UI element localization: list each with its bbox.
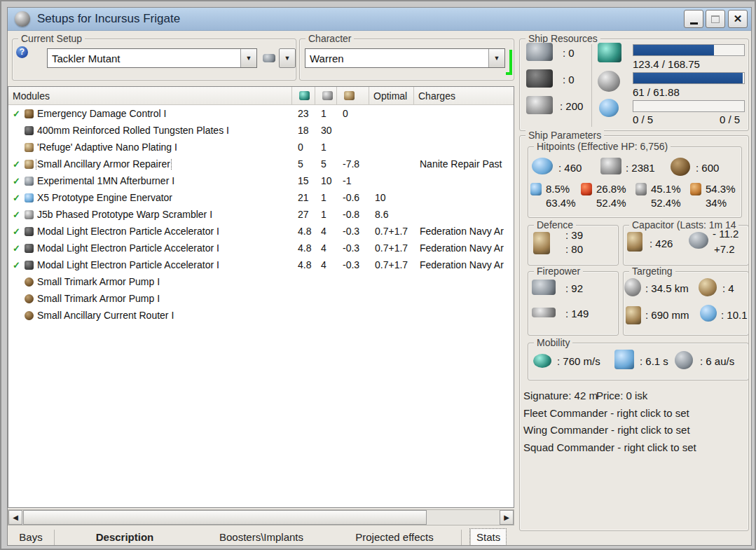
module-name-cell: ✓J5b Phased Prototype Warp Scrambler I	[8, 209, 292, 220]
active-check-icon: ✓	[13, 159, 25, 170]
cpu-usage-text: 123.4 / 168.75	[633, 58, 700, 70]
current-setup-combobox[interactable]: Tackler Mutant ▼	[47, 48, 257, 68]
rig-icon	[25, 311, 34, 320]
turret-dps-icon	[532, 280, 556, 295]
em-resist-top: 8.5%	[546, 183, 570, 195]
capacitor-icon	[344, 91, 355, 100]
module-charges: Federation Navy Ar	[414, 242, 514, 254]
module-row[interactable]: ✓Modal Light Electron Particle Accelerat…	[8, 256, 514, 273]
scroll-right-button[interactable]: ▶	[500, 510, 514, 525]
active-check-icon: ✓	[13, 193, 25, 203]
mobility-label: Mobility	[534, 337, 572, 348]
close-button[interactable]: ✕	[728, 10, 748, 28]
armor-repairer-icon	[25, 160, 34, 169]
module-row[interactable]: ✓J5b Phased Prototype Warp Scrambler I27…	[8, 206, 514, 223]
modules-column-header[interactable]: Modules	[8, 87, 292, 104]
capacitor-column-header[interactable]	[337, 87, 369, 104]
module-row[interactable]: ✓X5 Prototype Engine Enervator211-0.610	[8, 189, 514, 206]
module-row[interactable]: ✓Modal Light Electron Particle Accelerat…	[8, 223, 514, 240]
character-dropdown-button[interactable]: ▼	[488, 49, 504, 67]
tab-projected-effects[interactable]: Projected effects	[328, 529, 461, 545]
firepower-label: Firepower	[534, 266, 583, 277]
module-cpu: 27	[292, 209, 315, 220]
module-row[interactable]: Small Ancillary Current Router I	[8, 307, 514, 324]
turret-slots-value: : 0	[563, 47, 575, 59]
module-row[interactable]: Small Trimark Armor Pump I	[8, 273, 514, 290]
scrollbar-thumb[interactable]	[23, 510, 427, 525]
drones-right-text: 0 / 5	[720, 114, 740, 125]
module-row[interactable]: ✓Small Ancillary Armor Repairer55-7.8Nan…	[8, 156, 514, 172]
shield-icon	[532, 158, 553, 174]
active-check-icon: ✓	[13, 243, 25, 254]
rig-icon	[25, 294, 34, 303]
module-name: Emergency Damage Control I	[37, 108, 166, 119]
launcher-slots-value: : 0	[563, 74, 575, 85]
powergrid-usage-text: 61 / 61.88	[633, 86, 680, 98]
active-check-icon: ✓	[13, 176, 25, 186]
shield-hp-value: : 460	[558, 162, 582, 174]
blaster-icon	[25, 244, 34, 253]
module-name: Modal Light Electron Particle Accelerato…	[37, 226, 219, 237]
titlebar[interactable]: Setups for Incursus Frigate ✕	[8, 8, 751, 31]
minimize-button[interactable]	[684, 10, 703, 28]
current-setup-dropdown-button[interactable]: ▼	[240, 49, 256, 67]
module-name: Modal Light Electron Particle Accelerato…	[37, 242, 219, 254]
fleet-commander-text[interactable]: Fleet Commander - right click to set	[523, 407, 689, 419]
character-label: Character	[305, 33, 354, 44]
tab-description[interactable]: Description	[55, 529, 195, 545]
module-row[interactable]: ✓Emergency Damage Control I2310	[8, 105, 514, 122]
module-optimal: 0.7+1.7	[369, 242, 414, 254]
module-capacitor: -0.6	[337, 192, 369, 203]
character-status-indicator	[506, 50, 512, 75]
module-name: Small Trimark Armor Pump I	[37, 276, 160, 287]
cpu-column-header[interactable]	[292, 87, 315, 104]
module-row[interactable]: 400mm Reinforced Rolled Tungsten Plates …	[8, 122, 514, 139]
armor-plate-icon	[25, 126, 34, 135]
character-combobox[interactable]: Warren ▼	[305, 48, 505, 68]
module-capacitor: -1	[337, 175, 369, 186]
module-name: 400mm Reinforced Rolled Tungsten Plates …	[37, 125, 229, 136]
tab-bays[interactable]: Bays	[8, 529, 54, 545]
thermal-resist-icon	[581, 183, 592, 195]
module-row[interactable]: ✓Experimental 1MN Afterburner I1510-1	[8, 172, 514, 189]
tab-stats[interactable]: Stats	[470, 529, 506, 545]
wing-commander-text[interactable]: Wing Commander - right click to set	[523, 424, 690, 436]
ship-button[interactable]	[260, 48, 278, 68]
scroll-left-icon: ◀	[13, 514, 18, 521]
structure-icon	[671, 158, 690, 176]
module-name-cell: ✓Emergency Damage Control I	[8, 108, 292, 119]
defence-top-value: : 39	[565, 229, 583, 241]
targeting-label: Targeting	[629, 266, 675, 277]
calibration-value: : 200	[560, 100, 583, 112]
squad-commander-text[interactable]: Squad Commander - right click to set	[523, 441, 696, 453]
scroll-left-button[interactable]: ◀	[8, 510, 22, 525]
armor-repair-icon	[533, 232, 550, 254]
drones-bar	[633, 100, 745, 112]
price-text: Price: 0 isk	[596, 390, 647, 401]
blaster-icon	[25, 261, 34, 270]
optimal-column-header[interactable]: Optimal	[369, 87, 414, 104]
maximize-button[interactable]	[706, 10, 725, 28]
speed-icon	[533, 354, 551, 368]
setup-menu-button[interactable]: ▼	[279, 48, 296, 68]
module-row[interactable]: Small Trimark Armor Pump I	[8, 290, 514, 307]
modules-hscrollbar[interactable]: ◀ ▶	[8, 509, 514, 525]
explosive-resist-top: 54.3%	[706, 183, 736, 195]
minimize-icon	[690, 22, 698, 25]
help-icon[interactable]: ?	[16, 46, 28, 58]
ship-parameters-label: Ship Parameters	[525, 130, 604, 141]
tab-boosters-implants[interactable]: Boosters\Implants	[195, 529, 328, 545]
module-cpu: 5	[292, 158, 315, 170]
module-charges: Federation Navy Ar	[414, 259, 514, 270]
module-row[interactable]: 'Refuge' Adaptive Nano Plating I01	[8, 139, 514, 156]
charges-column-header[interactable]: Charges	[414, 87, 514, 104]
sensor-strength-icon	[700, 305, 717, 322]
thermal-resist-bottom: 52.4%	[596, 197, 626, 209]
module-cpu: 23	[292, 108, 315, 119]
module-row[interactable]: ✓Modal Light Electron Particle Accelerat…	[8, 240, 514, 256]
scan-resolution-value: : 690 mm	[645, 309, 689, 321]
module-cpu: 4.8	[292, 242, 315, 254]
close-icon: ✕	[734, 13, 743, 25]
powergrid-column-header[interactable]	[315, 87, 337, 104]
module-name-cell: ✓Experimental 1MN Afterburner I	[8, 175, 292, 186]
